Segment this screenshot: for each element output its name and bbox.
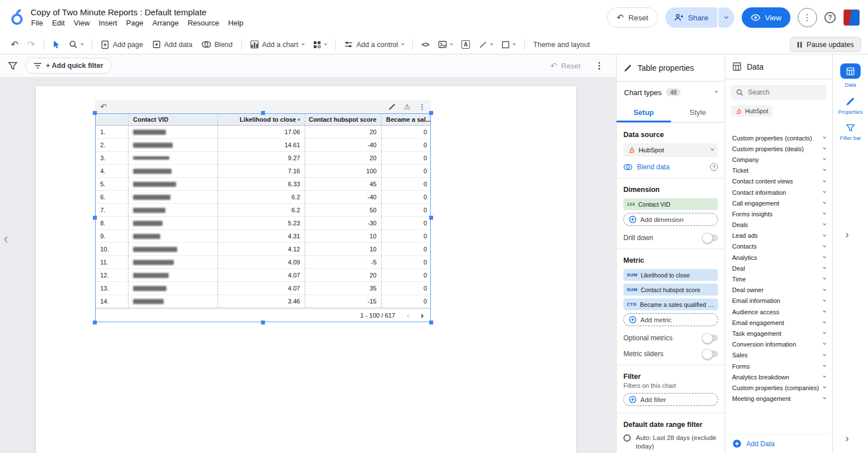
search-input[interactable] — [748, 88, 822, 96]
view-button[interactable]: View — [742, 7, 790, 28]
field-group-row[interactable]: Contact content views — [725, 176, 832, 187]
table-row[interactable]: 7. 6.2 50 0 — [96, 204, 430, 217]
share-button[interactable]: Share — [665, 7, 717, 28]
col-hubspot-score[interactable]: Contact hubspot score — [305, 114, 381, 125]
field-group-row[interactable]: Deal — [725, 263, 832, 273]
table-row[interactable]: 11. 4.09 -5 0 — [96, 256, 430, 269]
selection-handle[interactable] — [93, 320, 97, 324]
metric-sliders-toggle[interactable] — [703, 351, 718, 357]
quick-filter-menu-button[interactable]: ⋮ — [595, 61, 604, 71]
field-group-row[interactable]: Custom properties (companies) — [725, 382, 832, 393]
rail-item-data[interactable]: Data — [833, 63, 868, 88]
chart-types-row[interactable]: Chart types 48 — [617, 82, 725, 103]
add-dimension-button[interactable]: Add dimension — [623, 213, 718, 226]
insert-line-button[interactable] — [475, 37, 497, 52]
rail-item-filter-bar[interactable]: Filter bar — [833, 124, 868, 141]
add-quick-filter-button[interactable]: + Add quick filter — [25, 58, 112, 74]
field-group-row[interactable]: Deals — [725, 220, 832, 230]
col-became-sql[interactable]: Became a sal... — [381, 114, 431, 125]
table-row[interactable]: 13. 4.07 35 0 — [96, 282, 430, 295]
selection-handle[interactable] — [429, 216, 433, 220]
table-row[interactable]: 14. 3.46 -15 0 — [96, 295, 430, 308]
add-chart-button[interactable]: Add a chart — [246, 37, 308, 52]
field-group-row[interactable]: Audience access — [725, 306, 832, 317]
theme-layout-button[interactable]: Theme and layout — [529, 37, 594, 52]
menu-item[interactable]: Arrange — [148, 18, 182, 28]
menu-item[interactable]: Edit — [48, 18, 69, 28]
field-group-row[interactable]: Ticket — [725, 165, 832, 176]
zoom-tool[interactable] — [65, 37, 87, 52]
community-visualizations-button[interactable] — [309, 37, 331, 52]
drill-down-toggle[interactable] — [703, 234, 718, 241]
selection-handle[interactable] — [429, 111, 433, 115]
table-row[interactable]: 8. 5.23 -30 0 — [96, 217, 430, 230]
metric-chip[interactable]: SUM Likelihood to close — [623, 269, 718, 281]
pagination-next-icon[interactable]: › — [421, 310, 424, 320]
insert-shape-button[interactable] — [498, 37, 519, 52]
field-group-row[interactable]: Meeting engagement — [725, 394, 832, 404]
field-group-row[interactable]: Forms insights — [725, 208, 832, 219]
select-tool[interactable] — [49, 37, 64, 52]
menu-item[interactable]: Insert — [95, 18, 121, 28]
menu-item[interactable]: File — [27, 18, 47, 28]
field-group-row[interactable]: Custom properties (contacts) — [725, 133, 832, 143]
field-group-row[interactable]: Analytics — [725, 252, 832, 263]
insert-image-button[interactable] — [434, 37, 456, 52]
optional-metrics-toggle[interactable] — [703, 335, 718, 341]
field-group-row[interactable]: Email information — [725, 296, 832, 306]
field-group-row[interactable]: Time — [725, 273, 832, 284]
selection-handle[interactable] — [261, 111, 265, 115]
table-row[interactable]: 6. 6.2 -40 0 — [96, 191, 430, 204]
add-filter-button[interactable]: Add filter — [623, 393, 718, 406]
report-canvas[interactable]: ‹ ↶ ⚠ ⋮ Contact VID — [0, 77, 616, 453]
menu-item[interactable]: View — [70, 18, 93, 28]
metric-chip[interactable]: CTD Became a sales qualified lead date — [623, 298, 718, 310]
data-table[interactable]: Contact VID Likelihood to close▾ Contact… — [95, 113, 431, 322]
field-group-row[interactable]: Contact information — [725, 187, 832, 198]
add-control-button[interactable]: Add a control — [340, 37, 408, 52]
field-search[interactable] — [731, 85, 827, 100]
field-group-row[interactable]: Company — [725, 154, 832, 165]
tab-setup[interactable]: Setup — [617, 103, 671, 122]
metric-chip[interactable]: SUM Contact hubspot score — [623, 284, 718, 296]
avatar[interactable] — [843, 9, 860, 26]
more-options-button[interactable]: ⋮ — [798, 8, 817, 27]
radio-unselected-icon[interactable] — [623, 434, 631, 442]
connector-chip[interactable]: HubSpot — [731, 105, 773, 117]
field-group-row[interactable]: Contacts — [725, 241, 832, 252]
add-metric-button[interactable]: Add metric — [623, 313, 718, 326]
help-icon[interactable]: ? — [824, 12, 836, 23]
selection-handle[interactable] — [261, 320, 265, 324]
share-dropdown-caret[interactable] — [719, 7, 734, 28]
blend-data-button[interactable]: Blend data ? — [623, 163, 718, 171]
pagination-prev-icon[interactable]: ‹ — [407, 310, 409, 320]
field-group-row[interactable]: Lead ads — [725, 230, 832, 241]
rail-item-properties[interactable]: Properties — [833, 97, 868, 115]
chart-undo-icon[interactable]: ↶ — [100, 102, 107, 110]
undo-button[interactable]: ↶ — [7, 37, 22, 52]
table-row[interactable]: 10. 4.12 10 0 — [96, 243, 430, 256]
funnel-icon[interactable] — [8, 62, 18, 70]
col-contact-vid[interactable]: Contact VID — [128, 114, 217, 125]
table-row[interactable]: 4. 7.16 100 0 — [96, 165, 430, 178]
pause-updates-button[interactable]: Pause updates — [790, 37, 861, 52]
field-group-row[interactable]: Email engagement — [725, 317, 832, 328]
page-nav-left-chevron[interactable]: ‹ — [3, 231, 8, 246]
field-group-row[interactable]: Forms — [725, 361, 832, 371]
table-row[interactable]: 5. 6.33 45 0 — [96, 178, 430, 191]
add-data-button[interactable]: Add data — [148, 37, 196, 52]
field-group-row[interactable]: Task engagement — [725, 328, 832, 339]
data-source-select[interactable]: HubSpot — [623, 143, 718, 157]
table-row[interactable]: 1. 17.06 20 0 — [96, 126, 430, 139]
selection-handle[interactable] — [429, 320, 433, 324]
field-group-row[interactable]: Deal owner — [725, 285, 832, 296]
field-group-row[interactable]: Sales — [725, 350, 832, 361]
selection-handle[interactable] — [93, 111, 97, 115]
field-group-row[interactable]: Conversion information — [725, 339, 832, 350]
chart-menu-icon[interactable]: ⋮ — [418, 103, 426, 110]
redo-button[interactable]: ↷ — [23, 37, 39, 52]
selection-handle[interactable] — [93, 216, 97, 220]
col-likelihood[interactable]: Likelihood to close▾ — [217, 114, 305, 125]
blend-button[interactable]: Blend — [198, 37, 237, 52]
embed-code-button[interactable]: <> — [417, 37, 433, 52]
